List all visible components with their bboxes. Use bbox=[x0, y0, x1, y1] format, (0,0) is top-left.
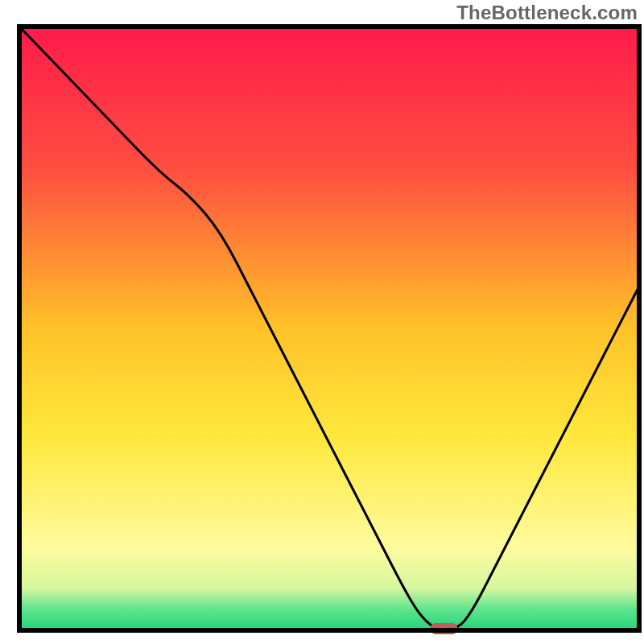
chart-container: { "watermark": "TheBottleneck.com", "cha… bbox=[0, 0, 644, 644]
chart-background bbox=[19, 27, 639, 630]
watermark-text: TheBottleneck.com bbox=[456, 2, 638, 24]
bottleneck-chart bbox=[0, 0, 644, 644]
